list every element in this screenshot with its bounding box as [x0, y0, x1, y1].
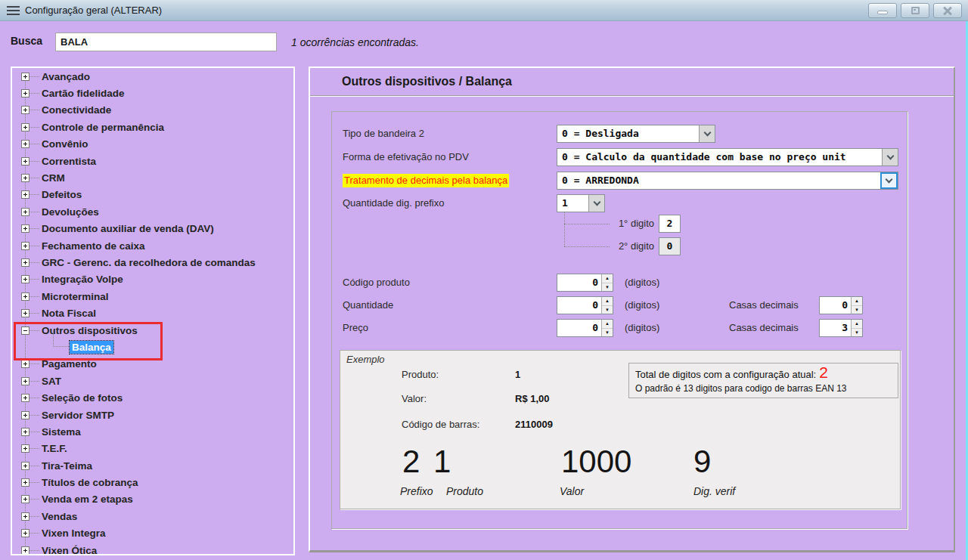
spinner-arrows-icon[interactable]: ▲▼	[601, 320, 613, 336]
tree-item-label[interactable]: Defeitos	[39, 188, 84, 201]
tree-item-fechamento-de-caixa[interactable]: Fechamento de caixa	[12, 237, 293, 254]
tree-item-label[interactable]: GRC - Gerenc. da recolhedora de comandas	[39, 256, 258, 269]
expand-icon[interactable]	[21, 224, 29, 233]
tree-item-label[interactable]: Venda em 2 etapas	[39, 493, 135, 506]
config-tree[interactable]: AvançadoCartão fidelidadeConectividadeCo…	[11, 67, 295, 555]
expand-icon[interactable]	[21, 208, 29, 216]
tree-item-label[interactable]: Títulos de cobrança	[39, 476, 141, 489]
tree-item-label[interactable]: Servidor SMTP	[39, 409, 116, 422]
tree-item-label[interactable]: Tira-Teima	[39, 459, 95, 472]
tree-item-label[interactable]: Convênio	[39, 138, 91, 150]
expand-icon[interactable]	[21, 275, 29, 283]
expand-icon[interactable]	[21, 444, 29, 453]
tree-item-cartao-fidelidade[interactable]: Cartão fidelidade	[12, 85, 293, 101]
chevron-down-icon[interactable]	[880, 172, 898, 189]
tree-item-t-e-f[interactable]: T.E.F.	[12, 441, 293, 457]
expand-icon[interactable]	[21, 512, 29, 521]
tree-item-tira-teima[interactable]: Tira-Teima	[12, 457, 293, 474]
tree-item-label[interactable]: Documento auxiliar de venda (DAV)	[39, 222, 216, 235]
digito2-input[interactable]: 0	[659, 237, 681, 255]
tree-item-correntista[interactable]: Correntista	[12, 153, 293, 169]
tree-item-devolucoes[interactable]: Devoluções	[12, 203, 293, 220]
tree-item-label[interactable]: Vixen Integra	[39, 527, 108, 540]
expand-icon[interactable]	[21, 529, 29, 537]
expand-icon[interactable]	[21, 462, 29, 470]
expand-icon[interactable]	[21, 428, 29, 436]
restore-button[interactable]	[901, 3, 929, 18]
tree-item-crm[interactable]: CRM	[12, 169, 293, 186]
expand-icon[interactable]	[21, 546, 29, 555]
tree-item-integracao-volpe[interactable]: Integração Volpe	[12, 271, 293, 288]
expand-icon[interactable]	[21, 190, 29, 199]
tree-item-controle-de-permanencia[interactable]: Controle de permanência	[12, 119, 293, 135]
digito1-input[interactable]: 2	[659, 215, 681, 233]
expand-icon[interactable]	[21, 411, 29, 419]
tree-item-label[interactable]: Sistema	[39, 425, 83, 438]
spinner-arrows-icon[interactable]: ▲▼	[601, 274, 613, 291]
chevron-down-icon[interactable]	[699, 125, 715, 142]
preco-casas-spinner[interactable]: 3 ▲▼	[819, 319, 863, 337]
menu-icon[interactable]	[7, 6, 20, 15]
tree-item-label[interactable]: Avançado	[39, 70, 92, 83]
expand-icon[interactable]	[21, 394, 29, 402]
tree-item-label[interactable]: Vixen Ótica	[39, 544, 99, 555]
tree-item-label[interactable]: Devoluções	[39, 206, 101, 218]
expand-icon[interactable]	[21, 292, 29, 301]
tree-item-servidor-smtp[interactable]: Servidor SMTP	[12, 407, 293, 423]
tree-item-label[interactable]: CRM	[39, 172, 67, 184]
minimize-button[interactable]	[868, 3, 897, 18]
expand-icon[interactable]	[21, 377, 29, 385]
tree-item-sat[interactable]: SAT	[12, 373, 293, 389]
spinner-arrows-icon[interactable]: ▲▼	[601, 297, 613, 314]
tipo-bandeira-dropdown[interactable]: 0 = Desligada	[557, 125, 715, 143]
chevron-down-icon[interactable]	[882, 149, 898, 166]
tree-item-label[interactable]: Correntista	[39, 155, 98, 168]
expand-icon[interactable]	[21, 73, 29, 81]
close-button[interactable]	[933, 3, 962, 18]
tree-item-grc-gerenc-da-recolhedora-de-comandas[interactable]: GRC - Gerenc. da recolhedora de comandas	[12, 254, 293, 271]
title-bar[interactable]: Configuração geral (ALTERAR)	[0, 0, 968, 21]
expand-icon[interactable]	[21, 157, 29, 166]
tree-item-titulos-de-cobranca[interactable]: Títulos de cobrança	[12, 474, 293, 490]
tree-item-documento-auxiliar-de-venda-dav[interactable]: Documento auxiliar de venda (DAV)	[12, 221, 293, 237]
forma-efetivacao-dropdown[interactable]: 0 = Calculo da quantidade com base no pr…	[557, 148, 898, 166]
tree-item-label[interactable]: Microterminal	[39, 290, 111, 303]
search-input[interactable]	[55, 32, 277, 51]
tree-item-label[interactable]: Nota Fiscal	[39, 307, 98, 320]
expand-icon[interactable]	[21, 89, 29, 97]
tree-item-selecao-de-fotos[interactable]: Seleção de fotos	[12, 389, 293, 406]
expand-icon[interactable]	[21, 360, 29, 368]
preco-spinner[interactable]: 0 ▲▼	[557, 319, 613, 337]
tree-item-label[interactable]: Controle de permanência	[39, 121, 166, 134]
tree-item-microterminal[interactable]: Microterminal	[12, 288, 293, 305]
expand-icon[interactable]	[21, 309, 29, 317]
tree-item-nota-fiscal[interactable]: Nota Fiscal	[12, 305, 293, 321]
expand-icon[interactable]	[21, 242, 29, 250]
tree-item-conectividade[interactable]: Conectividade	[12, 102, 293, 119]
tree-item-avancado[interactable]: Avançado	[12, 68, 293, 85]
expand-icon[interactable]	[21, 174, 29, 182]
tree-item-sistema[interactable]: Sistema	[12, 423, 293, 440]
quantidade-casas-spinner[interactable]: 0 ▲▼	[819, 296, 863, 314]
tree-item-vixen-otica[interactable]: Vixen Ótica	[12, 542, 293, 555]
tree-item-label[interactable]: Vendas	[39, 510, 79, 523]
tree-item-vendas[interactable]: Vendas	[12, 508, 293, 524]
expand-icon[interactable]	[21, 495, 29, 503]
expand-icon[interactable]	[21, 258, 29, 267]
tree-item-label[interactable]: Integração Volpe	[39, 273, 126, 286]
tree-item-label[interactable]: Conectividade	[39, 104, 113, 116]
qtd-dig-prefixo-dropdown[interactable]: 1	[557, 194, 605, 212]
tree-item-label[interactable]: T.E.F.	[39, 442, 70, 455]
spinner-arrows-icon[interactable]: ▲▼	[851, 297, 862, 314]
quantidade-spinner[interactable]: 0 ▲▼	[557, 296, 613, 314]
expand-icon[interactable]	[21, 123, 29, 131]
tree-item-label[interactable]: Fechamento de caixa	[39, 240, 147, 252]
tratamento-decimais-dropdown[interactable]: 0 = ARREDONDA	[557, 172, 898, 190]
tree-item-vixen-integra[interactable]: Vixen Integra	[12, 525, 293, 542]
tree-item-label[interactable]: Seleção de fotos	[39, 391, 125, 404]
spinner-arrows-icon[interactable]: ▲▼	[851, 320, 862, 336]
codigo-produto-spinner[interactable]: 0 ▲▼	[557, 274, 613, 292]
tree-item-convenio[interactable]: Convênio	[12, 136, 293, 153]
expand-icon[interactable]	[21, 106, 29, 114]
tree-item-label[interactable]: SAT	[39, 375, 64, 388]
